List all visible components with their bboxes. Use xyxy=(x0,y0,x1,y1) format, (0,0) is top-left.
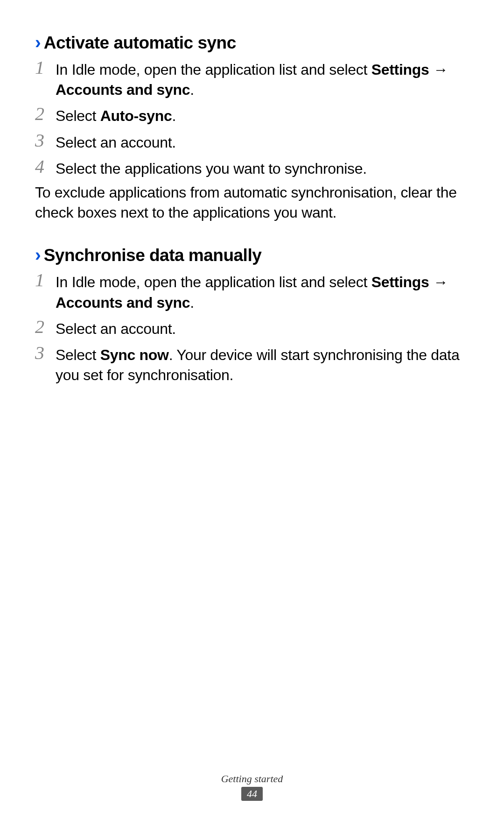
step-item: 2 Select Auto-sync. xyxy=(35,104,469,126)
step-text: Select Sync now. Your device will start … xyxy=(56,343,469,385)
step-item: 3 Select Sync now. Your device will star… xyxy=(35,343,469,385)
step-list-1: 1 In Idle mode, open the application lis… xyxy=(35,57,469,179)
step-text: Select an account. xyxy=(56,130,176,153)
note-text: To exclude applications from automatic s… xyxy=(35,183,469,223)
footer-section-label: Getting started xyxy=(0,773,504,785)
step-number: 4 xyxy=(35,156,56,177)
step-text: Select the applications you want to sync… xyxy=(56,156,367,179)
step-item: 1 In Idle mode, open the application lis… xyxy=(35,270,469,312)
chevron-icon: › xyxy=(35,33,41,53)
heading-text: Synchronise data manually xyxy=(44,246,262,265)
step-number: 2 xyxy=(35,317,56,337)
step-text: Select an account. xyxy=(56,317,176,339)
step-number: 3 xyxy=(35,343,56,363)
step-item: 4 Select the applications you want to sy… xyxy=(35,156,469,179)
step-list-2: 1 In Idle mode, open the application lis… xyxy=(35,270,469,385)
step-text: In Idle mode, open the application list … xyxy=(56,57,469,100)
step-number: 3 xyxy=(35,130,56,151)
section-heading-sync: › Synchronise data manually xyxy=(35,245,469,265)
step-text: Select Auto-sync. xyxy=(56,104,176,126)
step-number: 1 xyxy=(35,270,56,290)
section-heading-activate: › Activate automatic sync xyxy=(35,33,469,53)
step-item: 2 Select an account. xyxy=(35,317,469,339)
step-number: 1 xyxy=(35,57,56,78)
page-footer: Getting started 44 xyxy=(0,773,504,801)
step-number: 2 xyxy=(35,104,56,124)
step-text: In Idle mode, open the application list … xyxy=(56,270,469,312)
chevron-icon: › xyxy=(35,245,41,265)
page-number-badge: 44 xyxy=(241,787,263,801)
step-item: 1 In Idle mode, open the application lis… xyxy=(35,57,469,100)
step-item: 3 Select an account. xyxy=(35,130,469,153)
heading-text: Activate automatic sync xyxy=(44,33,236,53)
